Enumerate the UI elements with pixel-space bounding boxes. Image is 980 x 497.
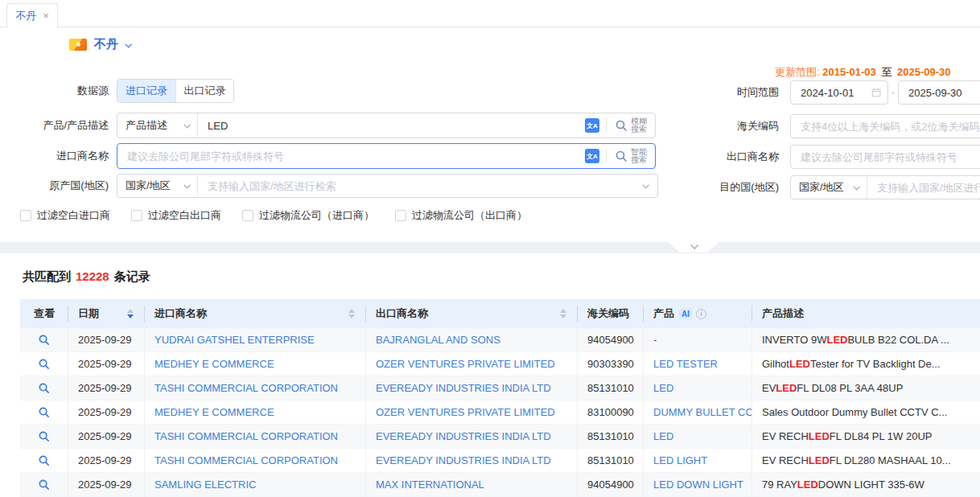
exporter-link[interactable]: OZER VENTURES PRIVATE LIMITED <box>376 358 555 370</box>
fuzzy-search-button[interactable]: 模糊 搜索 <box>613 117 655 133</box>
importer-link[interactable]: TASHI COMMERCIAL CORPORATION <box>154 382 338 394</box>
filter-blank-exporter[interactable]: 过滤空白出口商 <box>131 208 221 223</box>
origin-country-group: 国家/地区 <box>117 174 658 198</box>
table-header: 查看 日期 进口商名称 出口商名称 海关编码 产品 AI i 产品描述 <box>20 299 980 328</box>
info-icon[interactable]: i <box>696 309 706 319</box>
view-record-icon <box>38 430 50 442</box>
search-icon <box>615 119 628 132</box>
table-row: 2025-09-29 TASHI COMMERCIAL CORPORATION … <box>20 425 980 449</box>
description-cell: EV RECH LED FL DL280 MASHAAL 10... <box>752 449 980 473</box>
origin-label: 原产国(地区) <box>0 174 109 198</box>
sort-importer-control[interactable] <box>348 309 355 318</box>
import-records-tab[interactable]: 进口记录 <box>117 80 175 102</box>
divider <box>606 149 607 163</box>
panel-gap <box>0 242 980 253</box>
sort-exporter-control[interactable] <box>560 309 566 318</box>
exporter-link[interactable]: OZER VENTURES PRIVATE LIMITED <box>376 406 555 418</box>
checkbox-icon[interactable] <box>242 210 253 221</box>
product-input[interactable] <box>198 120 585 132</box>
exporter-link[interactable]: EVEREADY INDUSTRIES INDIA LTD <box>376 454 551 466</box>
view-cell[interactable] <box>20 376 68 400</box>
destination-label: 目的国(地区) <box>694 175 779 199</box>
product-type-select[interactable]: 产品描述 <box>117 113 198 138</box>
table-row: 2025-09-29 TASHI COMMERCIAL CORPORATION … <box>20 376 980 400</box>
importer-link[interactable]: TASHI COMMERCIAL CORPORATION <box>154 430 338 442</box>
importer-link[interactable]: MEDHEY E COMMERCE <box>154 406 274 418</box>
date-end-field[interactable] <box>898 80 980 105</box>
product-link[interactable]: LED LIGHT <box>653 454 707 466</box>
tab-bhutan[interactable]: 不丹 × <box>6 3 58 28</box>
date-end-input[interactable] <box>908 87 980 99</box>
col-exporter[interactable]: 出口商名称 <box>366 299 578 328</box>
records-table: 查看 日期 进口商名称 出口商名称 海关编码 产品 AI i 产品描述 2025… <box>20 299 980 497</box>
tab-bar: 不丹 × <box>0 0 980 27</box>
view-cell[interactable] <box>20 425 68 449</box>
exporter-link[interactable]: BAJRANGLAL AND SONS <box>376 334 500 346</box>
exporter-input[interactable] <box>801 151 980 163</box>
country-header[interactable]: 不丹 <box>69 37 130 52</box>
date-start-field[interactable] <box>790 80 888 105</box>
view-cell[interactable] <box>20 328 68 352</box>
col-importer[interactable]: 进口商名称 <box>145 299 366 328</box>
importer-link[interactable]: SAMLING ELECTRIC <box>154 479 256 491</box>
product-link[interactable]: LED TESTER <box>653 358 718 370</box>
keyword-highlight: LED <box>809 454 830 466</box>
ai-badge: AI <box>679 309 692 319</box>
view-cell[interactable] <box>20 352 68 376</box>
exporter-link[interactable]: EVEREADY INDUSTRIES INDIA LTD <box>376 430 551 442</box>
checkbox-icon[interactable] <box>131 210 142 221</box>
product-link[interactable]: DUMMY BULLET CCTV... <box>653 406 751 418</box>
destination-select[interactable]: 国家/地区 <box>791 176 867 199</box>
checkbox-icon[interactable] <box>395 210 406 221</box>
filter-logistics-exporter[interactable]: 过滤物流公司（出口商） <box>395 208 527 223</box>
keyword-highlight: LED <box>789 358 810 370</box>
exporter-field[interactable] <box>790 145 980 169</box>
view-cell[interactable] <box>20 400 68 425</box>
chevron-down-icon <box>183 121 190 128</box>
date-cell: 2025-09-29 <box>68 449 145 473</box>
translate-icon[interactable]: 文A <box>585 118 599 133</box>
origin-country-input[interactable] <box>198 180 643 192</box>
importer-label: 进口商名称 <box>0 143 109 169</box>
country-title: 不丹 <box>94 37 118 52</box>
hs-code-cell: 85131010 <box>578 449 644 473</box>
update-range: 更新范围: 2015-01-03 至 2025-09-30 <box>775 65 951 80</box>
keyword-highlight: LED <box>797 479 818 491</box>
importer-link[interactable]: TASHI COMMERCIAL CORPORATION <box>154 454 338 466</box>
hs-code-field[interactable] <box>790 114 980 138</box>
data-source-label: 数据源 <box>0 79 109 103</box>
importer-input[interactable] <box>117 150 585 162</box>
hs-code-cell: 85131010 <box>578 376 644 400</box>
date-cell: 2025-09-29 <box>68 473 145 497</box>
date-start-input[interactable] <box>801 87 871 99</box>
col-date[interactable]: 日期 <box>68 299 145 328</box>
importer-link[interactable]: MEDHEY E COMMERCE <box>154 358 274 370</box>
product-link[interactable]: LED <box>653 430 673 442</box>
sort-asc-icon <box>560 309 566 313</box>
smart-search-button[interactable]: 智能 搜索 <box>613 148 655 164</box>
destination-input[interactable] <box>867 182 980 194</box>
importer-link[interactable]: YUDRAI GATSHEL ENTERPRISE <box>154 334 315 346</box>
export-records-tab[interactable]: 出口记录 <box>175 80 233 102</box>
filter-logistics-importer[interactable]: 过滤物流公司（进口商） <box>242 208 374 223</box>
view-cell[interactable] <box>20 473 68 497</box>
origin-select-value: 国家/地区 <box>126 179 171 193</box>
results-summary: 共匹配到12228条记录 <box>23 269 150 285</box>
product-link[interactable]: LED DOWN LIGHT <box>653 479 743 491</box>
exporter-link[interactable]: EVEREADY INDUSTRIES INDIA LTD <box>376 382 551 394</box>
view-record-icon <box>38 479 50 491</box>
sort-date-control[interactable] <box>127 309 134 318</box>
exporter-link[interactable]: MAX INTERNATIONAL <box>376 479 484 491</box>
translate-icon[interactable]: 文A <box>585 149 599 163</box>
view-cell[interactable] <box>20 449 68 473</box>
filter-blank-importer[interactable]: 过滤空白进口商 <box>20 208 110 223</box>
date-range-dash: - <box>889 80 897 105</box>
hs-code-cell: 94054900 <box>578 328 644 352</box>
data-source-toggle: 进口记录 出口记录 <box>117 79 234 103</box>
hs-code-cell: 83100090 <box>578 400 644 425</box>
hs-code-input[interactable] <box>801 121 980 133</box>
origin-country-select[interactable]: 国家/地区 <box>117 175 198 197</box>
tab-close-icon[interactable]: × <box>43 10 49 21</box>
product-link[interactable]: LED <box>653 382 673 394</box>
checkbox-icon[interactable] <box>20 210 31 221</box>
